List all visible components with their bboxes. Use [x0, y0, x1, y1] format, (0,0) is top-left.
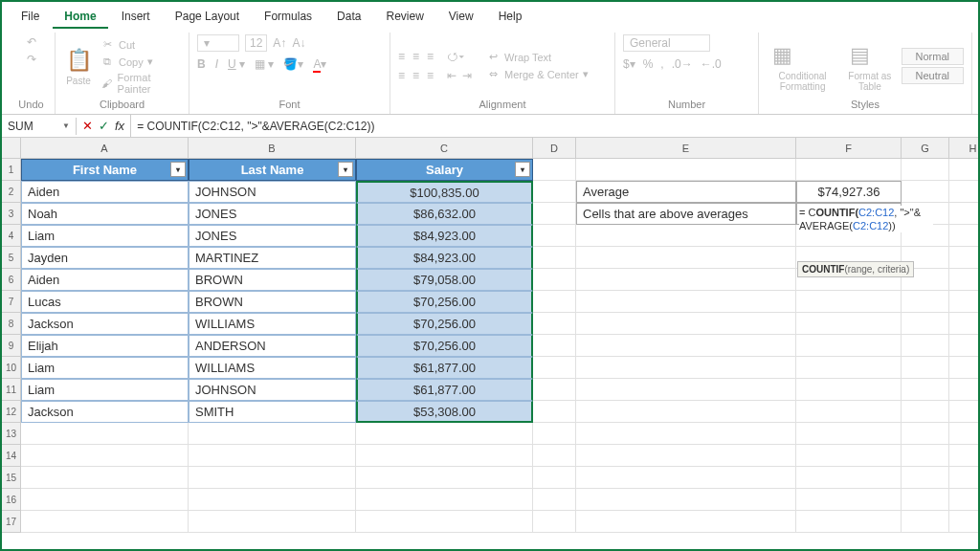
font-size-select[interactable]: 12 [245, 34, 267, 52]
cell-H4[interactable] [949, 225, 980, 247]
row-header-12[interactable]: 12 [2, 401, 21, 423]
row-header-3[interactable]: 3 [2, 203, 21, 225]
cell-H2[interactable] [949, 181, 980, 203]
cell-G7[interactable] [902, 291, 949, 313]
cell-B17[interactable] [189, 511, 356, 533]
cell-A13[interactable] [21, 423, 189, 445]
cell-G13[interactable] [902, 423, 949, 445]
cell-C10[interactable]: $61,877.00 [356, 357, 533, 379]
cell-D12[interactable] [533, 401, 576, 423]
row-header-15[interactable]: 15 [2, 467, 21, 489]
enter-icon[interactable]: ✓ [99, 119, 109, 133]
cell-D6[interactable] [533, 269, 576, 291]
cell-F8[interactable] [796, 313, 902, 335]
wrap-text-button[interactable]: ↩Wrap Text [485, 50, 589, 65]
cell-H11[interactable] [949, 379, 980, 401]
bold-button[interactable]: B [197, 57, 206, 71]
row-header-17[interactable]: 17 [2, 511, 21, 533]
cell-A16[interactable] [21, 489, 189, 511]
menu-formulas[interactable]: Formulas [253, 6, 323, 29]
menu-file[interactable]: File [10, 6, 51, 29]
cell-D15[interactable] [533, 467, 576, 489]
cell-G16[interactable] [902, 489, 949, 511]
cell-C17[interactable] [356, 511, 533, 533]
cell-H5[interactable] [949, 247, 980, 269]
cell-G15[interactable] [902, 467, 949, 489]
cell-E14[interactable] [576, 445, 796, 467]
menu-data[interactable]: Data [325, 6, 372, 29]
cell-E9[interactable] [576, 335, 796, 357]
percent-icon[interactable]: % [643, 57, 654, 71]
cell-H10[interactable] [949, 357, 980, 379]
cell-B9[interactable]: ANDERSON [189, 335, 356, 357]
font-family-select[interactable]: ▾ [197, 34, 239, 52]
decrease-font-icon[interactable]: A↓ [292, 36, 305, 50]
cell-B2[interactable]: JOHNSON [189, 181, 356, 203]
formula-input[interactable]: = COUNTIF(C2:C12, ">"&AVERAGE(C2:C12)) [131, 118, 978, 135]
cell-H12[interactable] [949, 401, 980, 423]
cell-H15[interactable] [949, 467, 980, 489]
cell-C11[interactable]: $61,877.00 [356, 379, 533, 401]
cell-F7[interactable] [796, 291, 902, 313]
cell-F3-editing[interactable]: = COUNTIF(C2:C12, ">"& AVERAGE(C2:C12))C… [796, 203, 902, 225]
cell-G12[interactable] [902, 401, 949, 423]
indent-dec-icon[interactable]: ⇤ [447, 69, 457, 82]
row-header-2[interactable]: 2 [2, 181, 21, 203]
cell-E7[interactable] [576, 291, 796, 313]
menu-insert[interactable]: Insert [110, 6, 162, 29]
col-header-H[interactable]: H [949, 138, 980, 159]
cell-E17[interactable] [576, 511, 796, 533]
cell-E16[interactable] [576, 489, 796, 511]
cell-D14[interactable] [533, 445, 576, 467]
row-header-8[interactable]: 8 [2, 313, 21, 335]
row-header-4[interactable]: 4 [2, 225, 21, 247]
menu-home[interactable]: Home [53, 6, 107, 29]
format-as-table-icon[interactable]: ▤ [844, 40, 875, 71]
row-header-7[interactable]: 7 [2, 291, 21, 313]
cell-D8[interactable] [533, 313, 576, 335]
cell-C13[interactable] [356, 423, 533, 445]
cell-E8[interactable] [576, 313, 796, 335]
cell-B7[interactable]: BROWN [189, 291, 356, 313]
col-header-D[interactable]: D [533, 138, 576, 159]
copy-button[interactable]: ⧉Copy ▾ [100, 55, 181, 70]
cell-D9[interactable] [533, 335, 576, 357]
comma-icon[interactable]: , [660, 57, 663, 71]
style-normal[interactable]: Normal [902, 48, 964, 65]
row-header-14[interactable]: 14 [2, 445, 21, 467]
cell-H1[interactable] [949, 159, 980, 181]
cell-H3[interactable] [949, 203, 980, 225]
cell-E4[interactable] [576, 225, 796, 247]
number-format-select[interactable]: General [623, 34, 710, 52]
name-box[interactable]: SUM▼ [2, 118, 77, 135]
align-left-icon[interactable]: ≡ [398, 69, 405, 82]
cell-B16[interactable] [189, 489, 356, 511]
align-right-icon[interactable]: ≡ [427, 69, 434, 82]
indent-inc-icon[interactable]: ⇥ [462, 69, 472, 82]
cell-A9[interactable]: Elijah [21, 335, 189, 357]
cell-F1[interactable] [796, 159, 902, 181]
cell-C3[interactable]: $86,632.00 [356, 203, 533, 225]
cell-D10[interactable] [533, 357, 576, 379]
menu-help[interactable]: Help [487, 6, 534, 29]
cell-B11[interactable]: JOHNSON [189, 379, 356, 401]
cell-A7[interactable]: Lucas [21, 291, 189, 313]
cell-G11[interactable] [902, 379, 949, 401]
cell-D3[interactable] [533, 203, 576, 225]
row-header-11[interactable]: 11 [2, 379, 21, 401]
cell-E6[interactable] [576, 269, 796, 291]
cell-H9[interactable] [949, 335, 980, 357]
align-bot-icon[interactable]: ≡ [427, 50, 434, 63]
menu-view[interactable]: View [437, 6, 485, 29]
row-header-1[interactable]: 1 [2, 159, 21, 181]
menu-page-layout[interactable]: Page Layout [164, 6, 251, 29]
cell-D5[interactable] [533, 247, 576, 269]
font-color-button[interactable]: A▾ [313, 57, 326, 71]
cancel-icon[interactable]: ✕ [82, 119, 93, 133]
cell-C6[interactable]: $79,058.00 [356, 269, 533, 291]
table-header-B[interactable]: Last Name▾ [189, 159, 356, 181]
cell-F10[interactable] [796, 357, 902, 379]
cell-E15[interactable] [576, 467, 796, 489]
cell-B5[interactable]: MARTINEZ [189, 247, 356, 269]
cell-C8[interactable]: $70,256.00 [356, 313, 533, 335]
